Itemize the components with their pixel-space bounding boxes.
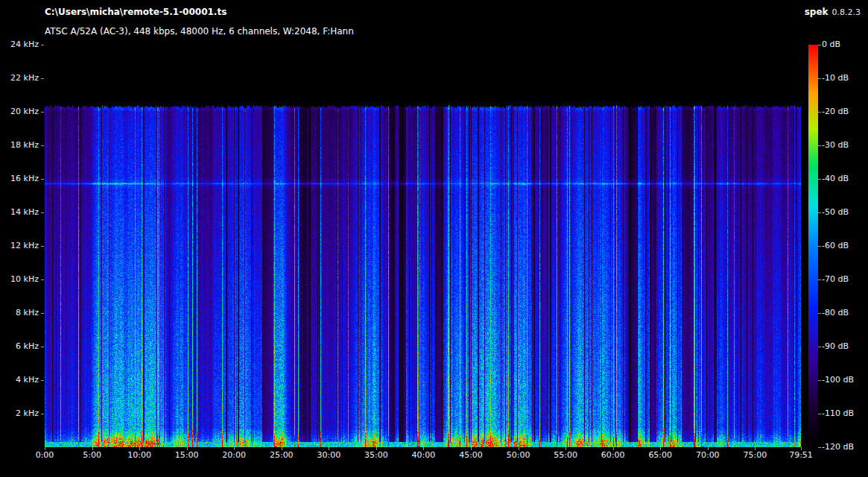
freq-tick-mark [41,313,44,314]
time-tick-label: 25:00 [259,451,304,460]
db-tick-label: -60 dB [822,241,849,250]
time-tick-mark [708,447,709,450]
db-tick-label: 0 dB [822,40,840,49]
time-tick-mark [329,447,329,450]
time-tick-label: 79:51 [779,451,823,460]
db-tick-mark [818,45,821,45]
freq-tick-mark [41,246,44,247]
time-tick-label: 15:00 [165,451,209,460]
db-tick-label: -30 dB [822,141,849,150]
time-tick-label: 20:00 [212,451,256,460]
time-tick-label: 30:00 [306,451,351,460]
freq-tick-mark [41,179,44,180]
freq-tick-mark [41,145,44,146]
app-version: 0.8.2.3 [832,7,861,17]
freq-tick-mark [41,414,44,414]
db-tick-mark [818,414,821,414]
app-title: spek0.8.2.3 [805,7,861,17]
db-tick-mark [818,313,821,314]
time-tick-mark [376,447,377,450]
freq-tick-mark [41,45,44,45]
time-tick-mark [423,447,424,450]
time-tick-mark [234,447,235,450]
spectrogram-canvas [45,45,801,447]
freq-tick-label: 12 kHz [0,241,39,250]
stream-info: ATSC A/52A (AC-3), 448 kbps, 48000 Hz, 6… [45,26,354,37]
time-tick-label: 45:00 [449,451,493,460]
freq-tick-label: 20 kHz [0,107,39,116]
db-tick-label: -50 dB [822,208,849,217]
time-tick-mark [566,447,566,450]
db-tick-mark [818,447,821,448]
db-tick-mark [818,112,821,113]
db-legend-gradient [808,45,818,447]
time-tick-mark [282,447,282,450]
time-tick-mark [755,447,755,450]
app-name: spek [805,7,829,17]
time-tick-label: 50:00 [496,451,541,460]
freq-tick-label: 24 kHz [0,40,39,49]
time-tick-label: 5:00 [70,451,115,460]
freq-tick-label: 18 kHz [0,141,39,150]
freq-tick-label: 10 kHz [0,275,39,284]
db-tick-label: -110 dB [822,409,854,418]
time-tick-mark [45,447,45,450]
db-tick-label: -20 dB [822,107,849,116]
time-tick-label: 35:00 [354,451,399,460]
db-tick-label: -120 dB [822,443,854,452]
freq-tick-mark [41,78,44,79]
freq-tick-label: 16 kHz [0,174,39,183]
db-tick-mark [818,347,821,347]
db-tick-label: -10 dB [822,74,849,83]
db-tick-label: -70 dB [822,275,849,284]
time-tick-mark [187,447,188,450]
freq-tick-mark [41,347,44,347]
db-tick-mark [818,246,821,247]
file-path-title: C:\Users\micha\remote-5.1-00001.ts [45,7,226,17]
freq-tick-mark [41,212,44,213]
db-tick-mark [818,145,821,146]
time-tick-mark [92,447,93,450]
time-tick-label: 70:00 [685,451,730,460]
time-tick-label: 55:00 [543,451,588,460]
db-tick-mark [818,212,821,213]
time-tick-label: 65:00 [638,451,682,460]
time-tick-label: 75:00 [732,451,777,460]
time-tick-mark [139,447,140,450]
freq-tick-label: 4 kHz [0,376,39,385]
freq-tick-mark [41,380,44,381]
time-tick-mark [660,447,661,450]
freq-tick-mark [41,279,44,280]
time-tick-mark [801,447,802,450]
freq-tick-label: 2 kHz [0,409,39,418]
db-tick-label: -80 dB [822,309,849,318]
time-tick-mark [519,447,519,450]
freq-tick-label: 6 kHz [0,342,39,351]
time-tick-mark [471,447,472,450]
time-tick-label: 60:00 [591,451,636,460]
db-tick-label: -90 dB [822,342,849,351]
db-tick-label: -100 dB [822,376,854,385]
db-tick-mark [818,380,821,381]
db-tick-mark [818,279,821,280]
time-tick-mark [613,447,614,450]
freq-tick-mark [41,112,44,113]
freq-tick-label: 22 kHz [0,74,39,83]
freq-tick-label: 8 kHz [0,309,39,318]
db-tick-mark [818,179,821,180]
spek-window: C:\Users\micha\remote-5.1-00001.ts spek0… [0,0,868,477]
time-tick-label: 40:00 [401,451,446,460]
db-tick-mark [818,78,821,79]
freq-tick-label: 14 kHz [0,208,39,217]
time-tick-label: 0:00 [22,451,67,460]
time-tick-label: 10:00 [117,451,162,460]
db-tick-label: -40 dB [822,174,849,183]
